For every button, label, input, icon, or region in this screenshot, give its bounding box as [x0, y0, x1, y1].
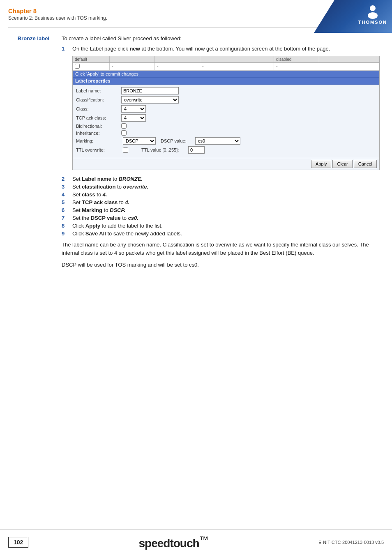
classification-select[interactable]: overwrite [121, 96, 179, 104]
bronze-label-heading: Bronze label [12, 35, 49, 273]
step-3: 3 Set classification to overwrite. [62, 184, 380, 190]
step-4-num: 4 [62, 191, 67, 198]
cell-dash1: - [110, 63, 155, 70]
chapter-title: Chapter 8 [8, 7, 384, 14]
step-8: 8 Click Apply to add the label to the li… [62, 223, 380, 229]
intro-text: To create a label called Silver proceed … [62, 35, 380, 41]
label-props-body: Label name: Classification: overwrite Cl… [73, 85, 379, 158]
ttl-overwrite-checkbox[interactable] [123, 147, 128, 153]
dscp-select[interactable]: cs0 [195, 137, 240, 145]
col-disabled: disabled [274, 56, 319, 62]
label-name-input[interactable] [121, 87, 179, 94]
step-3-num: 3 [62, 184, 67, 190]
step-2-num: 2 [62, 176, 67, 182]
apply-bar: Click 'Apply' to commit changes. [73, 71, 379, 78]
bronze-section: Bronze label To create a label called Si… [12, 35, 380, 273]
apply-button[interactable]: Apply [311, 160, 332, 168]
step-2: 2 Set Label name to BRONZE. [62, 176, 380, 182]
speedtouch-tm: ™ [199, 534, 208, 545]
step-2-text: Set Label name to BRONZE. [72, 176, 143, 182]
prop-classification: Classification: overwrite [76, 96, 376, 104]
col-default: default [73, 56, 110, 62]
marking-group: Marking: DSCP [76, 137, 156, 145]
step-9-num: 9 [62, 230, 67, 237]
steps-list: 2 Set Label name to BRONZE. 3 Set classi… [62, 176, 380, 237]
page-number: 102 [8, 537, 28, 548]
step-1: 1 On the Label page click new at the bot… [62, 46, 380, 52]
step-7-text: Set the DSCP value to cs0. [72, 215, 138, 221]
footer-ref: E-NIT-CTC-20041213-0013 v0.5 [318, 540, 384, 545]
step-6-text: Set Marking to DSCP. [72, 207, 125, 213]
step-7-num: 7 [62, 215, 67, 221]
speedtouch-logo-text: speedtouch™ [138, 537, 208, 550]
step-9-text: Click Save All to save the newly added l… [72, 230, 182, 237]
prop-inheritance: Inheritance: [76, 130, 376, 136]
cancel-button[interactable]: Cancel [354, 160, 377, 168]
step-5: 5 Set TCP ack class to 4. [62, 199, 380, 205]
para-1: The label name can be any chosen name. C… [62, 241, 380, 257]
inheritance-checkbox[interactable] [121, 130, 127, 136]
speedtouch-logo: speedtouch™ [138, 534, 208, 550]
prop-label-name: Label name: [76, 87, 376, 94]
clear-button[interactable]: Clear [332, 160, 352, 168]
para-2: DSCP will be used for TOS marking and wi… [62, 261, 380, 269]
row-checkbox[interactable] [75, 64, 80, 69]
speedtouch-regular: speed [138, 537, 170, 550]
ttl-value-label: TTL value [0..255]: [141, 147, 187, 152]
bidirectional-label: Bidirectional: [76, 124, 121, 129]
tcp-ack-label: TCP ack class: [76, 115, 121, 120]
step-3-text: Set classification to overwrite. [72, 184, 148, 190]
prop-class: Class: 4 [76, 105, 376, 113]
prop-bidirectional: Bidirectional: [76, 123, 376, 129]
page-footer: 102 speedtouch™ E-NIT-CTC-20041213-0013 … [0, 529, 392, 555]
bidirectional-checkbox[interactable] [121, 123, 127, 129]
step-6-num: 6 [62, 207, 67, 213]
tcp-ack-select[interactable]: 4 [121, 114, 146, 122]
step-1-text: On the Label page click new at the botto… [72, 46, 330, 52]
col-2 [110, 56, 155, 62]
step-4-text: Set class to 4. [72, 191, 107, 198]
marking-select[interactable]: DSCP [123, 137, 156, 145]
prop-ttl-row: TTL overwrite: TTL value [0..255]: [76, 146, 376, 154]
step-8-num: 8 [62, 223, 67, 229]
step-8-text: Click Apply to add the label to the list… [72, 223, 163, 229]
config-table-row: - - - - [73, 63, 379, 71]
prop-marking-row: Marking: DSCP DSCP value: cs0 [76, 137, 376, 145]
chapter-subtitle: Scenario 2: Business user with TOS marki… [8, 15, 384, 21]
classification-label: Classification: [76, 97, 121, 102]
config-panel: default disabled - - - - Clic [72, 56, 380, 170]
config-table-header: default disabled [73, 56, 379, 63]
page-header: Chapter 8 Scenario 2: Business user with… [0, 0, 392, 23]
cell-dash2: - [155, 63, 200, 70]
class-label: Class: [76, 106, 121, 111]
page-content: Bronze label To create a label called Si… [0, 28, 392, 287]
step-6: 6 Set Marking to DSCP. [62, 207, 380, 213]
cell-dash4: - [274, 63, 319, 70]
label-props-header: Label properties [73, 78, 379, 85]
ttl-value-group: TTL value [0..255]: [141, 146, 205, 154]
step-5-text: Set TCP ack class to 4. [72, 199, 129, 205]
speedtouch-bold: touch [170, 537, 199, 550]
section-body: To create a label called Silver proceed … [62, 35, 380, 273]
label-name-label: Label name: [76, 88, 121, 93]
ttl-overwrite-label: TTL overwrite: [76, 147, 121, 152]
inheritance-label: Inheritance: [76, 131, 121, 136]
cell-dash3: - [200, 63, 274, 70]
step-1-num: 1 [62, 46, 67, 52]
prop-tcp-ack: TCP ack class: 4 [76, 114, 376, 122]
col-3 [155, 56, 200, 62]
ttl-value-input[interactable] [188, 146, 205, 154]
step-7: 7 Set the DSCP value to cs0. [62, 215, 380, 221]
marking-label: Marking: [76, 138, 121, 143]
step-5-num: 5 [62, 199, 67, 205]
step-9: 9 Click Save All to save the newly added… [62, 230, 380, 237]
class-select[interactable]: 4 [121, 105, 146, 113]
cell-checkbox [73, 63, 110, 70]
step-4: 4 Set class to 4. [62, 191, 380, 198]
ttl-overwrite-group: TTL overwrite: [76, 147, 128, 153]
dscp-group: DSCP value: cs0 [161, 137, 240, 145]
col-4 [200, 56, 274, 62]
bottom-buttons: Apply Clear Cancel [73, 158, 379, 170]
dscp-label: DSCP value: [161, 138, 194, 143]
